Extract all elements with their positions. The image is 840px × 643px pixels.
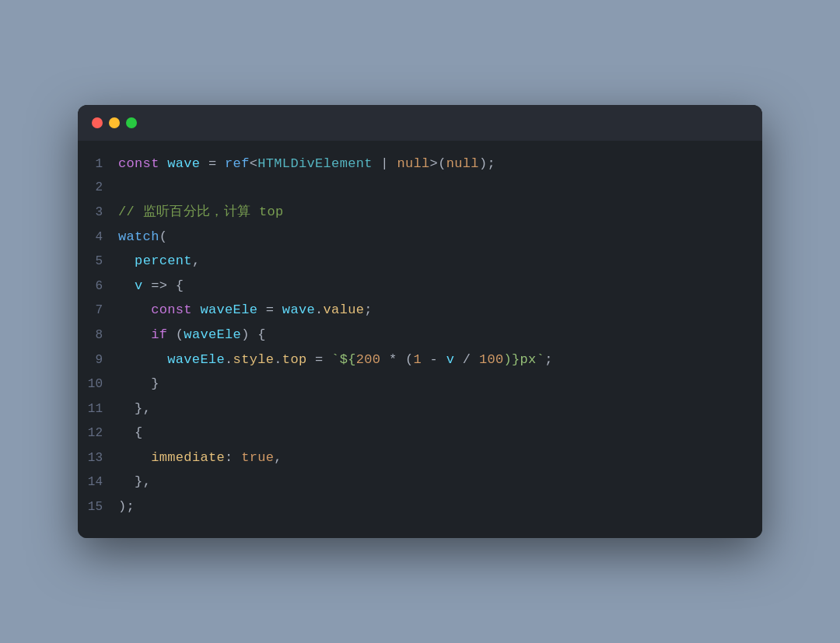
token-op: =	[200, 156, 225, 171]
token-op: ,	[274, 450, 282, 465]
token-var: wave	[282, 302, 315, 317]
line-content: );	[118, 496, 762, 517]
line-content: percent,	[118, 250, 762, 271]
code-line: 9 waveEle.style.top = `${200 * (1 - v / …	[78, 348, 762, 372]
token-op: (	[167, 327, 184, 342]
line-number: 15	[78, 498, 118, 518]
token-op: );	[118, 499, 135, 514]
code-line: 4watch(	[78, 225, 762, 250]
code-window: 1const wave = ref<HTMLDivElement | null>…	[78, 105, 762, 537]
code-line: 12 {	[78, 421, 762, 446]
code-line: 14 },	[78, 470, 762, 494]
minimize-button[interactable]	[109, 117, 120, 128]
token-num: 100	[479, 352, 504, 367]
token-op: :	[225, 450, 241, 465]
token-op: * (	[380, 352, 413, 367]
token-op: ;	[364, 302, 373, 317]
line-number: 11	[78, 400, 118, 420]
line-number: 12	[78, 424, 118, 444]
token-op: =	[257, 302, 282, 317]
token-kw: if	[151, 327, 167, 342]
line-content: },	[118, 398, 762, 419]
token-num: 200	[356, 352, 381, 367]
token-op: >(	[430, 156, 446, 171]
token-kw: const	[151, 302, 200, 317]
line-content: if (waveEle) {	[118, 324, 762, 345]
token-indent2	[118, 474, 135, 489]
token-null-val: null	[397, 156, 429, 171]
maximize-button[interactable]	[126, 117, 137, 128]
token-indent2	[118, 278, 135, 293]
token-var: v	[135, 278, 143, 293]
token-op: -	[422, 352, 446, 367]
code-editor: 1const wave = ref<HTMLDivElement | null>…	[78, 141, 762, 537]
code-line: 7 const waveEle = wave.value;	[78, 298, 762, 323]
line-number: 14	[78, 473, 118, 493]
token-op: => {	[143, 278, 184, 293]
line-number: 8	[78, 326, 118, 346]
token-indent4	[118, 376, 151, 391]
token-string: `${	[331, 352, 356, 367]
line-content: }	[118, 373, 762, 394]
token-string: )}px`	[504, 352, 545, 367]
token-indent2	[118, 401, 135, 416]
token-op: );	[479, 156, 495, 171]
token-op: /	[454, 352, 479, 367]
token-op: {	[135, 425, 143, 440]
code-line: 11 },	[78, 397, 762, 421]
line-content: {	[118, 422, 762, 443]
code-line: 5 percent,	[78, 249, 762, 274]
line-content: v => {	[118, 275, 762, 296]
token-indent4	[118, 450, 151, 465]
code-line: 15);	[78, 494, 762, 519]
token-op: <	[250, 156, 258, 171]
line-number: 4	[78, 228, 118, 248]
token-op: ,	[192, 253, 201, 268]
token-num: 1	[414, 352, 422, 367]
line-number: 2	[78, 178, 118, 198]
token-prop: top	[282, 352, 307, 367]
token-indent4	[118, 327, 151, 342]
token-var: waveEle	[184, 327, 241, 342]
line-number: 3	[78, 203, 118, 223]
token-kw: const	[118, 156, 167, 171]
line-number: 6	[78, 277, 118, 297]
token-op: ;	[544, 352, 553, 367]
token-prop: immediate	[151, 450, 225, 465]
token-op: },	[135, 474, 151, 489]
line-content: // 监听百分比，计算 top	[118, 201, 762, 222]
token-comment: // 监听百分比，计算 top	[118, 204, 284, 219]
line-number: 7	[78, 301, 118, 321]
close-button[interactable]	[92, 117, 103, 128]
line-number: 10	[78, 375, 118, 395]
code-line: 1const wave = ref<HTMLDivElement | null>…	[78, 152, 762, 176]
titlebar	[78, 105, 762, 141]
token-indent4	[118, 302, 151, 317]
code-line: 3// 监听百分比，计算 top	[78, 200, 762, 225]
code-line: 13 immediate: true,	[78, 446, 762, 470]
code-line: 2	[78, 176, 762, 200]
line-number: 1	[78, 155, 118, 175]
token-null-val: null	[446, 156, 479, 171]
token-op: ) {	[241, 327, 266, 342]
code-line: 10 }	[78, 372, 762, 397]
line-number: 9	[78, 351, 118, 371]
token-var: waveEle	[167, 352, 225, 367]
line-number: 13	[78, 449, 118, 469]
line-content: const waveEle = wave.value;	[118, 299, 762, 320]
token-prop: value	[324, 302, 365, 317]
token-bool: true	[241, 450, 274, 465]
token-prop: style	[233, 352, 275, 367]
token-op: |	[373, 156, 397, 171]
token-var: wave	[167, 156, 200, 171]
line-content: waveEle.style.top = `${200 * (1 - v / 10…	[118, 349, 762, 370]
token-indent2	[118, 425, 135, 440]
code-line: 8 if (waveEle) {	[78, 323, 762, 348]
token-indent2	[118, 253, 135, 268]
token-op: },	[135, 401, 151, 416]
token-op: }	[151, 376, 159, 391]
token-op: (	[159, 229, 168, 244]
line-content: watch(	[118, 226, 762, 247]
token-var: percent	[135, 253, 192, 268]
token-type: HTMLDivElement	[257, 156, 373, 171]
